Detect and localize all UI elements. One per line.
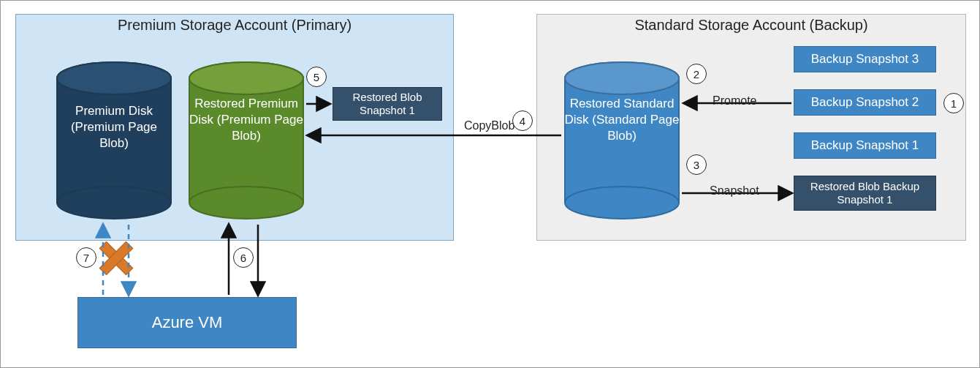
backup-snapshot-3: Backup Snapshot 3 bbox=[794, 46, 936, 72]
step-1: 1 bbox=[943, 93, 964, 113]
restored-standard-disk: Restored Standard Disk (Standard Page Bl… bbox=[563, 61, 680, 222]
restored-blob-snapshot-1: Restored Blob Snapshot 1 bbox=[333, 87, 442, 121]
panel-primary-title: Premium Storage Account (Primary) bbox=[15, 17, 454, 34]
premium-disk-label: Premium Disk (Premium Page Blob) bbox=[56, 103, 172, 151]
diagram-canvas: Premium Storage Account (Primary) Standa… bbox=[0, 0, 980, 368]
restored-blob-backup-snapshot-1: Restored Blob Backup Snapshot 1 bbox=[794, 176, 936, 211]
step-6: 6 bbox=[233, 247, 254, 268]
label-copyblob: CopyBlob bbox=[464, 119, 514, 132]
step-4: 4 bbox=[512, 110, 533, 131]
backup-snapshot-2: Backup Snapshot 2 bbox=[794, 89, 936, 116]
step-2: 2 bbox=[686, 64, 707, 84]
step-5: 5 bbox=[306, 67, 327, 87]
svg-point-11 bbox=[565, 62, 679, 94]
step-7: 7 bbox=[76, 247, 96, 268]
restored-premium-disk: Restored Premium Disk (Premium Page Blob… bbox=[188, 61, 305, 222]
premium-disk: Premium Disk (Premium Page Blob) bbox=[56, 61, 172, 222]
azure-vm: Azure VM bbox=[77, 297, 297, 348]
broken-link-icon bbox=[100, 242, 132, 274]
backup-snapshot-1: Backup Snapshot 1 bbox=[794, 132, 936, 159]
svg-point-2 bbox=[57, 187, 171, 219]
svg-point-3 bbox=[57, 62, 171, 94]
label-snapshot: Snapshot bbox=[710, 184, 759, 198]
svg-point-7 bbox=[189, 62, 303, 94]
step-3: 3 bbox=[686, 154, 707, 175]
svg-point-10 bbox=[565, 187, 679, 219]
restored-standard-disk-label: Restored Standard Disk (Standard Page Bl… bbox=[563, 96, 680, 144]
label-promote: Promote bbox=[713, 94, 756, 108]
panel-backup-title: Standard Storage Account (Backup) bbox=[536, 17, 966, 34]
svg-point-6 bbox=[189, 187, 303, 219]
restored-premium-disk-label: Restored Premium Disk (Premium Page Blob… bbox=[188, 96, 305, 144]
